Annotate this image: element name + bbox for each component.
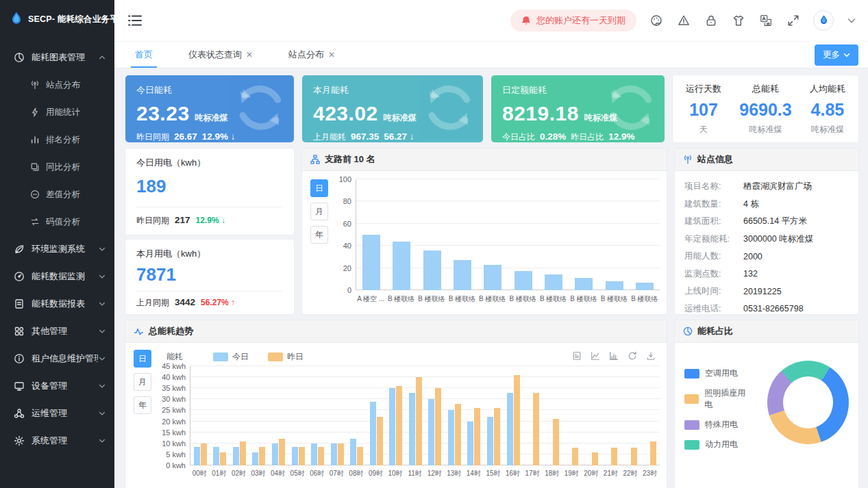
sidebar-sub-item[interactable]: 排名分析 (0, 126, 114, 153)
sidebar-sub-item[interactable]: 码值分析 (0, 208, 114, 235)
close-icon[interactable]: ✕ (246, 50, 253, 60)
avatar[interactable] (813, 10, 834, 31)
branch-bar[interactable] (545, 274, 562, 290)
trend-bar-今日[interactable] (311, 444, 317, 465)
trend-bar-昨日[interactable] (318, 447, 324, 465)
sidebar-group-item[interactable]: 设备管理 (0, 372, 114, 400)
trend-bar-昨日[interactable] (611, 448, 617, 465)
more-tabs-button[interactable]: 更多 (815, 44, 858, 66)
trend-chart[interactable]: 能耗 今日 昨日 0 kwh5 kwh10 kwh15 kwh20 kwh25 … (157, 350, 660, 488)
linechart-icon[interactable] (591, 351, 600, 361)
sidebar-sub-item[interactable]: 同比分析 (0, 153, 114, 181)
trend-period-option[interactable]: 年 (134, 396, 151, 414)
donut-legend-item[interactable]: 特殊用电 (684, 419, 752, 431)
branch-bar[interactable] (575, 278, 593, 290)
trend-bar-昨日[interactable] (533, 393, 539, 465)
trend-bar-今日[interactable] (213, 447, 219, 465)
user-dropdown-chevron-icon[interactable] (847, 18, 856, 23)
trend-bar-昨日[interactable] (279, 439, 285, 465)
trend-bar-昨日[interactable] (357, 447, 363, 465)
trend-bar-今日[interactable] (507, 393, 513, 465)
lock-icon[interactable] (705, 14, 717, 27)
branch-bar[interactable] (606, 281, 623, 290)
trend-period-active[interactable]: 日 (134, 350, 151, 368)
sidebar-group-item[interactable]: 环境监测系统 (0, 235, 114, 263)
branch-bar[interactable] (393, 242, 410, 290)
sidebar-group-item[interactable]: 能耗数据报表 (0, 290, 114, 318)
trend-bar-昨日[interactable] (396, 386, 402, 465)
trend-bar-昨日[interactable] (201, 444, 207, 465)
trend-bar-今日[interactable] (194, 447, 200, 465)
branch-bar[interactable] (484, 265, 501, 290)
trend-bar-昨日[interactable] (416, 377, 422, 465)
trend-bar-今日[interactable] (292, 447, 298, 465)
trend-bar-昨日[interactable] (572, 448, 578, 465)
trend-bar-今日[interactable] (409, 393, 415, 465)
branch-period-option[interactable]: 年 (310, 226, 328, 244)
donut-legend-item[interactable]: 空调用电 (684, 368, 752, 379)
trend-bar-昨日[interactable] (377, 417, 383, 465)
trend-bar-昨日[interactable] (299, 447, 305, 465)
trend-bar-昨日[interactable] (220, 452, 226, 465)
branch-chart[interactable]: 020406080100 A 楼空 ...B 楼联络B 楼联络B 楼联络B 楼联… (335, 179, 660, 310)
trend-bar-昨日[interactable] (592, 452, 598, 465)
sidebar-group-item[interactable]: 其他管理 (0, 318, 114, 345)
branch-bar[interactable] (423, 251, 441, 290)
sidebar-sub-item[interactable]: 用能统计 (0, 99, 114, 126)
menu-unfold-icon[interactable] (128, 14, 142, 27)
warning-icon[interactable] (678, 14, 690, 27)
trend-bar-昨日[interactable] (455, 404, 461, 465)
trend-bar-今日[interactable] (448, 410, 454, 465)
sidebar-sub-item[interactable]: 差值分析 (0, 181, 114, 208)
trend-bar-昨日[interactable] (514, 375, 520, 465)
donut-legend-item[interactable]: 照明插座用电 (684, 387, 752, 411)
branch-bar[interactable] (454, 260, 471, 290)
donut-legend-item[interactable]: 动力用电 (684, 439, 752, 450)
trend-bar-今日[interactable] (487, 417, 493, 465)
trend-bar-今日[interactable] (389, 388, 395, 465)
sidebar-group-item[interactable]: 运维管理 (0, 400, 114, 427)
trend-bar-今日[interactable] (350, 439, 356, 465)
trend-bar-昨日[interactable] (494, 408, 500, 465)
trend-bar-今日[interactable] (272, 444, 278, 465)
trend-bar-今日[interactable] (467, 422, 473, 465)
tshirt-icon[interactable] (732, 14, 745, 27)
trend-bar-今日[interactable] (233, 447, 239, 465)
trend-bar-今日[interactable] (428, 399, 434, 465)
palette-icon[interactable] (650, 14, 662, 27)
branch-bar[interactable] (636, 283, 654, 290)
trend-bar-昨日[interactable] (435, 388, 441, 465)
trend-bar-昨日[interactable] (650, 441, 656, 465)
branch-period-active[interactable]: 日 (310, 179, 328, 197)
barchart-icon[interactable] (609, 351, 619, 361)
translate-icon[interactable] (760, 14, 772, 27)
trend-period-option[interactable]: 月 (134, 373, 151, 391)
branch-period-option[interactable]: 月 (310, 203, 328, 220)
sidebar-group-item[interactable]: 租户信息维护管理 (0, 345, 114, 372)
trend-bar-昨日[interactable] (553, 419, 559, 465)
trend-bar-昨日[interactable] (240, 441, 246, 465)
sidebar-group-item[interactable]: 能耗数据监测 (0, 263, 114, 290)
trend-bar-昨日[interactable] (474, 408, 480, 465)
sidebar-group-item[interactable]: 能耗图表管理 (0, 44, 114, 71)
trend-bar-昨日[interactable] (338, 444, 344, 465)
donut-chart[interactable] (767, 361, 849, 444)
account-expiry-alert[interactable]: 您的账户还有一天到期 (510, 10, 636, 31)
close-icon[interactable]: ✕ (328, 50, 335, 60)
legend-item[interactable]: 昨日 (268, 351, 303, 363)
tab-active[interactable]: 首页 (131, 42, 157, 68)
download-icon[interactable] (646, 351, 656, 361)
trend-bar-昨日[interactable] (631, 448, 637, 465)
trend-bar-昨日[interactable] (259, 447, 265, 465)
branch-bar[interactable] (514, 271, 532, 290)
trend-bar-今日[interactable] (331, 444, 337, 465)
fullscreen-icon[interactable] (787, 14, 799, 27)
refresh-icon[interactable] (628, 351, 637, 361)
sidebar-sub-item[interactable]: 站点分布 (0, 71, 114, 99)
branch-bar[interactable] (362, 235, 380, 290)
tab-item[interactable]: 仪表状态查询✕ (184, 42, 257, 68)
dataview-icon[interactable] (572, 351, 582, 361)
sidebar-group-item[interactable]: 系统管理 (0, 427, 114, 454)
trend-bar-今日[interactable] (252, 452, 258, 465)
tab-item[interactable]: 站点分布✕ (284, 42, 339, 68)
